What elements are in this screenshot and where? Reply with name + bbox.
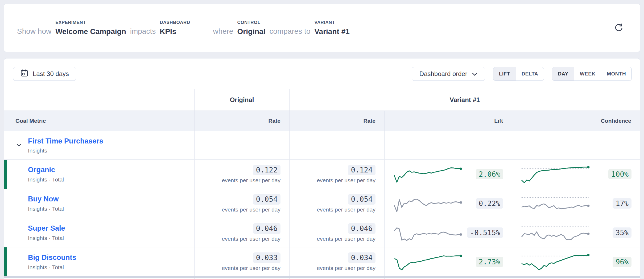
experiment-header-card: Show how EXPERIMENT Welcome Campaign imp… (4, 4, 640, 52)
significance-indicator-bar (4, 247, 7, 276)
rate-unit: events per user per day (317, 206, 375, 213)
dashboard-order-label: Dashboard order (419, 70, 467, 78)
rate-unit: events per user per day (317, 265, 375, 271)
metric-subtitle: Insights · Total (28, 264, 194, 270)
tab-lift[interactable]: LIFT (493, 67, 516, 81)
report-toolbar: Last 30 days Dashboard order LIFT DELTA (4, 58, 640, 89)
toolbar-controls: Dashboard order LIFT DELTA DAY WEEK MONT… (412, 67, 632, 81)
experiment-selector[interactable]: EXPERIMENT Welcome Campaign (55, 20, 126, 36)
variant-rate-value: 0.034 (348, 252, 375, 263)
rate-unit: events per user per day (222, 177, 280, 184)
significance-indicator-bar (4, 218, 7, 247)
confidence-value: 96% (613, 257, 631, 267)
lift-delta-toggle: LIFT DELTA (493, 67, 544, 81)
tab-day[interactable]: DAY (552, 67, 574, 81)
chevron-down-icon (472, 70, 477, 78)
phrase-where: where (213, 27, 233, 36)
control-rate-value: 0.122 (253, 165, 280, 175)
calendar-icon (20, 69, 28, 79)
metric-row-organic: Organic Insights · Total 0.122 events pe… (4, 159, 640, 189)
lift-sparkline (392, 251, 464, 273)
column-header-row: Goal Metric Rate Rate Lift Confidence (4, 111, 640, 131)
variant-group-header-row: Original Variant #1 (4, 89, 640, 111)
variant-selector[interactable]: VARIANT Variant #1 (314, 20, 349, 36)
control-rate-header: Rate (268, 118, 280, 124)
significance-indicator-bar (4, 189, 7, 218)
dashboard-selector[interactable]: DASHBOARD KPIs (160, 20, 190, 36)
lift-sparkline (392, 193, 464, 214)
lift-sparkline (392, 164, 464, 185)
metric-row-buy-now: Buy Now Insights · Total 0.054 events pe… (4, 189, 640, 218)
metric-link[interactable]: Buy Now (28, 195, 59, 203)
granularity-toggle: DAY WEEK MONTH (552, 67, 632, 81)
metric-row-big-discounts: Big Discounts Insights · Total 0.033 eve… (4, 247, 640, 276)
rate-unit: events per user per day (317, 177, 375, 184)
confidence-sparkline (519, 251, 592, 273)
tab-delta[interactable]: DELTA (516, 67, 544, 81)
variant-label: VARIANT (314, 20, 349, 25)
refresh-icon (614, 23, 624, 33)
confidence-sparkline (519, 164, 592, 185)
phrase-compares-to: compares to (269, 27, 310, 36)
variant-name[interactable]: Variant #1 (314, 27, 349, 36)
dashboard-label: DASHBOARD (160, 20, 190, 25)
confidence-sparkline (519, 222, 592, 243)
metric-group-row: First Time Purchasers Insights (4, 131, 640, 159)
metric-row-super-sale: Super Sale Insights · Total 0.046 events… (4, 218, 640, 247)
control-rate-value: 0.046 (253, 223, 280, 234)
confidence-value: 17% (613, 198, 631, 209)
metric-subtitle: Insights · Total (28, 176, 194, 183)
variant-rate-header: Rate (363, 118, 375, 124)
rate-unit: events per user per day (222, 236, 280, 242)
significance-indicator-bar (4, 160, 7, 189)
metric-subtitle: Insights · Total (28, 206, 194, 212)
control-name[interactable]: Original (237, 27, 266, 36)
rate-unit: events per user per day (317, 236, 375, 242)
report-card: Last 30 days Dashboard order LIFT DELTA (4, 58, 640, 279)
control-rate-value: 0.033 (253, 252, 280, 263)
date-range-label: Last 30 days (33, 70, 69, 78)
group-metric-subtitle: Insights (28, 147, 194, 154)
variant-rate-value: 0.124 (348, 165, 375, 175)
rate-unit: events per user per day (222, 265, 280, 271)
confidence-sparkline (519, 193, 592, 214)
dashboard-name[interactable]: KPIs (160, 27, 190, 36)
group-metric-link[interactable]: First Time Purchasers (28, 137, 103, 145)
collapse-group-button[interactable] (15, 141, 23, 149)
variant-column-header: Variant #1 (450, 96, 480, 104)
tab-month[interactable]: MONTH (601, 67, 631, 81)
lift-sparkline (392, 222, 464, 243)
metric-link[interactable]: Organic (28, 166, 55, 174)
variant-rate-value: 0.054 (348, 194, 375, 205)
experiment-report-page: Show how EXPERIMENT Welcome Campaign imp… (0, 4, 644, 279)
tab-week[interactable]: WEEK (574, 67, 601, 81)
lift-header: Lift (494, 118, 503, 124)
control-label: CONTROL (237, 20, 266, 25)
partial-next-row (4, 278, 640, 279)
experiment-name[interactable]: Welcome Campaign (55, 27, 126, 36)
chevron-down-icon (15, 142, 22, 149)
phrase-intro: Show how (17, 27, 51, 36)
lift-value: 0.22% (476, 198, 503, 209)
control-rate-value: 0.054 (253, 194, 280, 205)
confidence-value: 100% (608, 169, 631, 180)
rate-unit: events per user per day (222, 206, 280, 213)
control-selector[interactable]: CONTROL Original (237, 20, 266, 36)
experiment-phrase: Show how EXPERIMENT Welcome Campaign imp… (17, 20, 350, 36)
date-range-button[interactable]: Last 30 days (13, 67, 76, 81)
refresh-button[interactable] (613, 22, 625, 34)
metric-link[interactable]: Big Discounts (28, 253, 76, 262)
phrase-impacts: impacts (130, 27, 156, 36)
dashboard-order-dropdown[interactable]: Dashboard order (412, 67, 485, 81)
metric-link[interactable]: Super Sale (28, 224, 65, 233)
lift-value: 2.06% (476, 169, 503, 180)
variant-rate-value: 0.046 (348, 223, 375, 234)
experiment-label: EXPERIMENT (55, 20, 126, 25)
confidence-value: 35% (613, 227, 631, 238)
control-column-header: Original (230, 96, 254, 104)
lift-value: -0.515% (467, 227, 503, 238)
goal-metric-header: Goal Metric (15, 118, 46, 124)
metrics-table: Original Variant #1 Goal Metric Rate Rat… (4, 89, 640, 279)
confidence-header: Confidence (601, 118, 631, 124)
metric-subtitle: Insights · Total (28, 235, 194, 241)
